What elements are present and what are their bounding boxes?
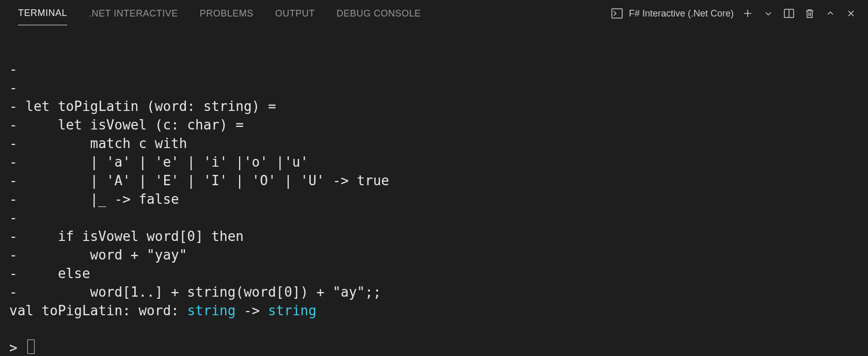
terminal-line: - word[1..] + string(word[0]) + "ay";;	[9, 284, 381, 300]
panel-header: TERMINAL .NET INTERACTIVE PROBLEMS OUTPU…	[0, 0, 868, 27]
split-terminal-button[interactable]	[782, 7, 796, 20]
type-keyword: string	[187, 303, 235, 318]
tab-output[interactable]: OUTPUT	[275, 2, 315, 25]
terminal-line: - let toPigLatin (word: string) =	[9, 99, 276, 114]
terminal-line: - let isVowel (c: char) =	[9, 117, 244, 133]
tab-terminal[interactable]: TERMINAL	[18, 2, 67, 25]
terminal-prompt-line: >	[9, 340, 35, 355]
new-terminal-button[interactable]	[741, 7, 754, 20]
terminal-line: val toPigLatin: word: string -> string	[9, 303, 317, 318]
terminal-line: -	[9, 61, 25, 77]
kill-terminal-button[interactable]	[803, 7, 816, 20]
terminal-line: - | 'a' | 'e' | 'i' |'o' |'u'	[9, 154, 308, 170]
terminal-selector-label: F# Interactive (.Net Core)	[629, 8, 734, 19]
terminal-line: - | 'A' | 'E' | 'I' | 'O' | 'U' -> true	[9, 173, 389, 188]
terminal-line: - |_ -> false	[9, 191, 179, 207]
terminal-line: - if isVowel word[0] then	[9, 229, 244, 244]
terminal-actions: F# Interactive (.Net Core)	[610, 7, 858, 20]
svg-rect-0	[612, 9, 622, 18]
tab-problems[interactable]: PROBLEMS	[200, 2, 254, 25]
tab-dotnet-interactive[interactable]: .NET INTERACTIVE	[89, 2, 178, 25]
terminal-line: -	[9, 80, 25, 95]
tab-debug-console[interactable]: DEBUG CONSOLE	[337, 2, 421, 25]
terminal-line: - match c with	[9, 136, 187, 151]
terminal-line: -	[9, 210, 25, 225]
terminal-line: - word + "yay"	[9, 247, 187, 263]
close-panel-button[interactable]	[844, 7, 858, 20]
chevron-down-icon[interactable]	[762, 7, 775, 20]
terminal-cursor	[27, 339, 35, 354]
terminal-selector[interactable]: F# Interactive (.Net Core)	[610, 7, 734, 20]
panel-tabs: TERMINAL .NET INTERACTIVE PROBLEMS OUTPU…	[18, 2, 421, 25]
terminal-line: - else	[9, 266, 90, 281]
type-keyword: string	[268, 303, 317, 318]
terminal-output[interactable]: - - - let toPigLatin (word: string) = - …	[0, 27, 868, 356]
chevron-up-icon[interactable]	[824, 7, 837, 20]
terminal-prompt-icon	[610, 7, 624, 20]
